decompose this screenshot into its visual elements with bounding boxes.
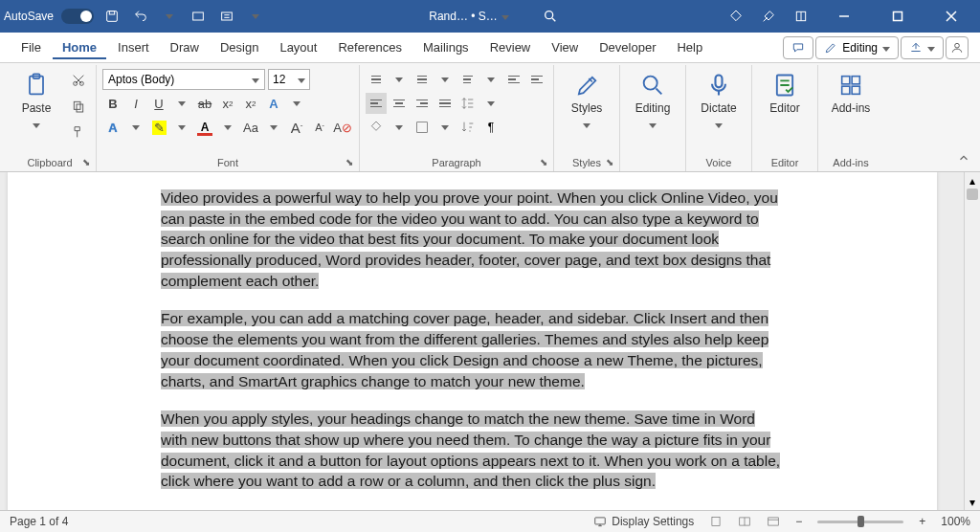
change-case-more[interactable]: [263, 117, 284, 138]
collapse-ribbon-icon[interactable]: [957, 151, 970, 167]
text-fill-more[interactable]: [125, 117, 146, 138]
paintbrush-icon[interactable]: [758, 6, 779, 27]
save-icon[interactable]: [101, 6, 122, 27]
account-icon[interactable]: [946, 36, 969, 59]
scroll-up-icon[interactable]: ▴: [965, 172, 980, 188]
cut-icon[interactable]: [67, 69, 90, 92]
web-layout-view-icon[interactable]: [767, 515, 780, 528]
shading-button[interactable]: [366, 117, 387, 138]
zoom-out-button[interactable]: −: [795, 515, 802, 528]
shrink-font-button[interactable]: Aˇ: [309, 117, 330, 138]
dictate-button[interactable]: Dictate: [692, 69, 746, 131]
format-painter-icon[interactable]: [67, 121, 90, 144]
qat-icon1[interactable]: [188, 6, 209, 27]
copy-icon[interactable]: [67, 95, 90, 118]
show-paragraph-marks-button[interactable]: ¶: [480, 117, 501, 138]
page[interactable]: Video provides a powerful way to help yo…: [8, 172, 937, 510]
share-button[interactable]: [901, 36, 944, 59]
launcher-icon[interactable]: ⬊: [540, 157, 547, 167]
font-size-select[interactable]: 12: [268, 69, 310, 90]
undo-icon[interactable]: [130, 6, 151, 27]
comments-button[interactable]: [783, 36, 813, 59]
page-indicator[interactable]: Page 1 of 4: [10, 515, 68, 528]
align-center-button[interactable]: [389, 93, 410, 114]
vertical-scrollbar[interactable]: ▴ ▾: [964, 172, 980, 510]
styles-button[interactable]: Styles: [560, 69, 613, 131]
read-mode-view-icon[interactable]: [738, 515, 751, 528]
clear-formatting-button[interactable]: A⊘: [332, 117, 353, 138]
launcher-icon[interactable]: ⬊: [606, 157, 613, 167]
tab-design[interactable]: Design: [211, 35, 268, 59]
bullets-button[interactable]: [366, 69, 387, 90]
qat-icon2[interactable]: [216, 6, 237, 27]
scroll-down-icon[interactable]: ▾: [965, 494, 980, 510]
ribbon-display-icon[interactable]: [791, 6, 812, 27]
italic-button[interactable]: I: [125, 93, 146, 114]
grow-font-button[interactable]: Aˆ: [286, 117, 307, 138]
shading-more[interactable]: [389, 117, 410, 138]
highlight-more[interactable]: [171, 117, 192, 138]
text-fill-button[interactable]: A: [102, 117, 123, 138]
scroll-thumb[interactable]: [967, 188, 978, 200]
tab-help[interactable]: Help: [667, 35, 712, 59]
tab-draw[interactable]: Draw: [161, 35, 209, 59]
font-name-select[interactable]: Aptos (Body): [102, 69, 265, 90]
editing-mode-button[interactable]: Editing: [815, 36, 899, 59]
bullets-more[interactable]: [389, 69, 410, 90]
zoom-level[interactable]: 100%: [941, 515, 970, 528]
tab-file[interactable]: File: [11, 35, 51, 59]
tab-home[interactable]: Home: [53, 35, 106, 59]
launcher-icon[interactable]: ⬊: [82, 157, 90, 167]
numbering-more[interactable]: [434, 69, 456, 90]
line-spacing-more[interactable]: [480, 93, 501, 114]
launcher-icon[interactable]: ⬊: [345, 157, 353, 167]
editor-button[interactable]: Editor: [758, 69, 812, 115]
tab-layout[interactable]: Layout: [270, 35, 326, 59]
multilevel-more[interactable]: [480, 69, 501, 90]
maximize-button[interactable]: [877, 3, 919, 30]
qat-customize-icon[interactable]: [245, 6, 266, 27]
highlight-button[interactable]: ✎: [148, 117, 169, 138]
tab-insert[interactable]: Insert: [108, 35, 159, 59]
borders-more[interactable]: [434, 117, 456, 138]
font-color-more[interactable]: [217, 117, 238, 138]
increase-indent-button[interactable]: [526, 69, 547, 90]
line-spacing-button[interactable]: [457, 93, 479, 114]
editing-button[interactable]: Editing: [626, 69, 679, 131]
tab-view[interactable]: View: [542, 35, 588, 59]
text-effects-button[interactable]: A: [263, 93, 284, 114]
decrease-indent-button[interactable]: [503, 69, 524, 90]
addins-button[interactable]: Add-ins: [824, 69, 878, 115]
underline-more[interactable]: [171, 93, 192, 114]
display-settings-button[interactable]: Display Settings: [593, 515, 694, 528]
tab-review[interactable]: Review: [480, 35, 541, 59]
tab-references[interactable]: References: [328, 35, 411, 59]
align-right-button[interactable]: [412, 93, 433, 114]
zoom-slider[interactable]: [817, 521, 903, 523]
tab-developer[interactable]: Developer: [590, 35, 665, 59]
close-button[interactable]: [930, 3, 972, 30]
borders-button[interactable]: [412, 117, 433, 138]
change-case-button[interactable]: Aa: [240, 117, 261, 138]
tab-mailings[interactable]: Mailings: [413, 35, 479, 59]
strike-button[interactable]: ab: [194, 93, 215, 114]
document-title[interactable]: Rand… • S…: [429, 10, 509, 23]
diamond-icon[interactable]: [725, 6, 746, 27]
autosave-toggle[interactable]: [61, 9, 94, 24]
undo-more-icon[interactable]: [159, 6, 180, 27]
justify-button[interactable]: [434, 93, 456, 114]
bold-button[interactable]: B: [102, 93, 123, 114]
search-icon[interactable]: [538, 4, 563, 29]
sort-button[interactable]: [457, 117, 479, 138]
underline-button[interactable]: U: [148, 93, 169, 114]
multilevel-button[interactable]: [457, 69, 479, 90]
superscript-button[interactable]: x2: [240, 93, 261, 114]
numbering-button[interactable]: [412, 69, 433, 90]
align-left-button[interactable]: [366, 93, 387, 114]
paste-button[interactable]: Paste: [10, 69, 63, 131]
zoom-in-button[interactable]: +: [919, 515, 925, 528]
print-layout-view-icon[interactable]: [709, 515, 723, 528]
minimize-button[interactable]: [823, 3, 865, 30]
text-effects-more[interactable]: [286, 93, 307, 114]
font-color-button[interactable]: A: [194, 117, 215, 138]
